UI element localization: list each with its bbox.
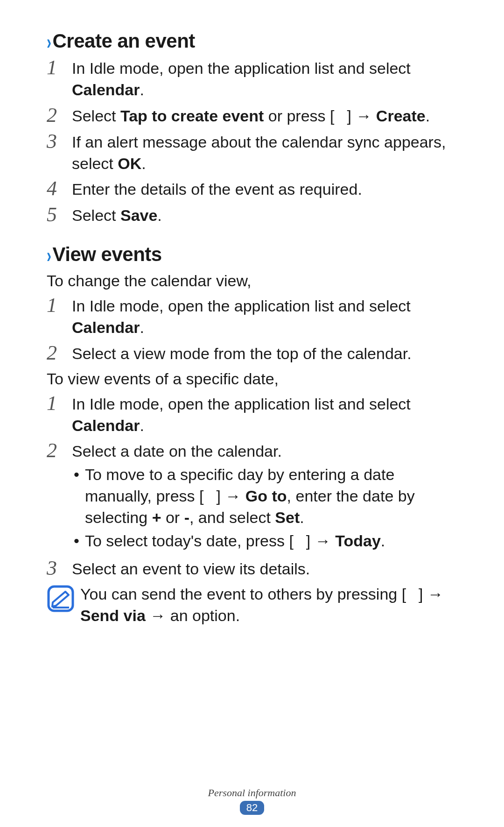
step-text: Select a date on the calendar. To move t… (72, 440, 457, 553)
section-heading-create: ›Create an event (47, 30, 457, 52)
step-number: 5 (47, 204, 72, 226)
view-steps-2: 1 In Idle mode, open the application lis… (47, 393, 457, 580)
step-text: In Idle mode, open the application list … (72, 57, 457, 101)
footer-section-label: Personal information (0, 787, 504, 799)
step-text: Select a view mode from the top of the c… (72, 342, 457, 365)
step-text: In Idle mode, open the application list … (72, 393, 457, 437)
create-steps: 1 In Idle mode, open the application lis… (47, 57, 457, 226)
note-icon (47, 585, 75, 613)
step-text: Select Tap to create event or press [] →… (72, 105, 457, 127)
view-intro-1: To change the calendar view, (47, 270, 457, 292)
page-footer: Personal information 82 (0, 787, 504, 815)
bullet-1: To move to a specific day by entering a … (72, 464, 457, 529)
step-number: 2 (47, 342, 72, 365)
step-number: 4 (47, 178, 72, 200)
step-4: 4 Enter the details of the event as requ… (47, 178, 457, 200)
chevron-icon: › (47, 30, 51, 54)
section-heading-view: ›View events (47, 243, 457, 266)
step-number: 2 (47, 440, 72, 553)
step-1: 1 In Idle mode, open the application lis… (47, 295, 457, 339)
step-number: 1 (47, 57, 72, 101)
menu-icon (203, 494, 216, 502)
step-1: 1 In Idle mode, open the application lis… (47, 57, 457, 101)
step-2: 2 Select a view mode from the top of the… (47, 342, 457, 365)
step-3: 3 If an alert message about the calendar… (47, 131, 457, 175)
note-text: You can send the event to others by pres… (80, 584, 457, 627)
heading-text: Create an event (53, 30, 195, 52)
manual-page: ›Create an event 1 In Idle mode, open th… (47, 30, 457, 827)
step-text: Enter the details of the event as requir… (72, 178, 457, 200)
note-box: You can send the event to others by pres… (47, 584, 457, 627)
bullet-2: To select today's date, press [] → Today… (72, 530, 457, 552)
step-2: 2 Select Tap to create event or press []… (47, 105, 457, 127)
step-text: Select Save. (72, 204, 457, 226)
step-number: 2 (47, 105, 72, 127)
view-steps-1: 1 In Idle mode, open the application lis… (47, 295, 457, 365)
step-3: 3 Select an event to view its details. (47, 558, 457, 580)
chevron-icon: › (47, 243, 51, 267)
step-1: 1 In Idle mode, open the application lis… (47, 393, 457, 437)
step-number: 1 (47, 295, 72, 339)
heading-text: View events (53, 243, 162, 265)
menu-icon (406, 592, 419, 600)
step-number: 3 (47, 558, 72, 580)
step-text: Select an event to view its details. (72, 558, 457, 580)
sub-bullets: To move to a specific day by entering a … (72, 464, 457, 552)
view-intro-2: To view events of a specific date, (47, 368, 457, 390)
menu-icon (335, 114, 347, 122)
step-2: 2 Select a date on the calendar. To move… (47, 440, 457, 553)
step-5: 5 Select Save. (47, 204, 457, 226)
step-text: If an alert message about the calendar s… (72, 131, 457, 175)
step-number: 1 (47, 393, 72, 437)
page-number: 82 (240, 801, 264, 815)
step-text: In Idle mode, open the application list … (72, 295, 457, 339)
menu-icon (294, 539, 306, 547)
step-number: 3 (47, 131, 72, 175)
